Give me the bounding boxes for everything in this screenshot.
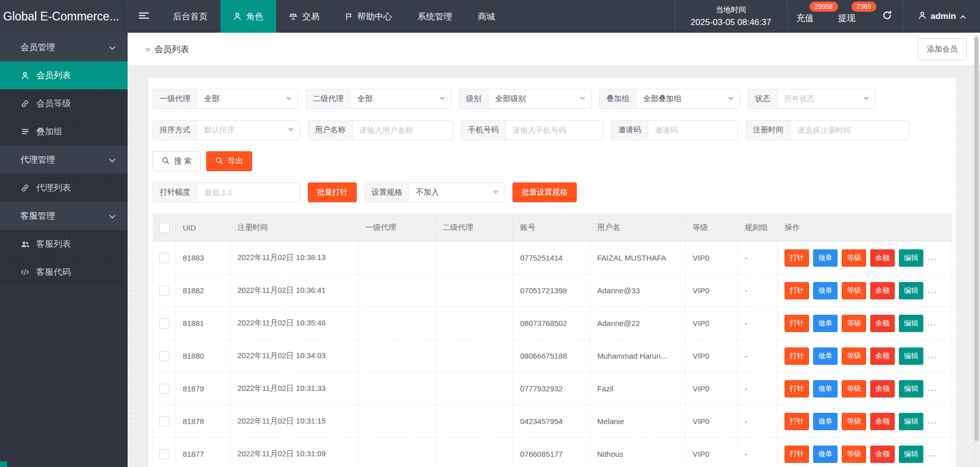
order-action-button[interactable]: 做单 <box>813 282 838 299</box>
row-checkbox[interactable] <box>159 286 169 296</box>
stack-group-filter-select[interactable]: 全部叠加组 <box>636 89 740 108</box>
level-action-button[interactable]: 等级 <box>842 315 866 332</box>
row-checkbox[interactable] <box>159 416 169 427</box>
search-button-label: 搜 索 <box>174 156 191 166</box>
row-checkbox[interactable] <box>159 253 169 263</box>
inject-action-button[interactable]: 打针 <box>785 413 809 430</box>
agent2-filter-select[interactable]: 全部 <box>351 89 451 108</box>
more-actions[interactable]: ... <box>927 286 937 294</box>
select-all-checkbox[interactable] <box>159 223 169 233</box>
balance-action-button[interactable]: 余额 <box>870 315 895 332</box>
agent1-cell <box>358 274 435 307</box>
order-action-button[interactable]: 做单 <box>813 380 838 398</box>
nav-item[interactable]: 角色 <box>220 0 276 33</box>
sidebar-item[interactable]: 客服管理 <box>0 202 128 230</box>
export-button[interactable]: 导出 <box>206 151 252 171</box>
sidebar-item[interactable]: 客服代码 <box>0 258 128 286</box>
column-header: 二级代理 <box>435 214 513 242</box>
phone-filter-input[interactable] <box>506 121 603 139</box>
order-action-button[interactable]: 做单 <box>813 413 838 430</box>
inject-action-button[interactable]: 打针 <box>785 446 809 463</box>
batch-inject-button[interactable]: 批量打针 <box>308 182 357 202</box>
balance-action-button[interactable]: 余额 <box>870 446 895 463</box>
row-checkbox[interactable] <box>159 384 169 394</box>
more-actions[interactable]: ... <box>927 253 937 262</box>
sidebar-item[interactable]: 客服列表 <box>0 230 128 258</box>
row-checkbox[interactable] <box>159 449 169 459</box>
batch-spec-button[interactable]: 批量设置规格 <box>512 182 577 202</box>
level-action-button[interactable]: 等级 <box>842 249 866 267</box>
agent2-cell <box>435 438 513 467</box>
balance-action-button[interactable]: 余额 <box>870 347 895 365</box>
invite-code-filter-input[interactable] <box>648 121 738 139</box>
level-action-button[interactable]: 等级 <box>842 347 866 365</box>
nav-item[interactable]: 后台首页 <box>160 0 220 33</box>
inject-range-input[interactable] <box>198 183 300 202</box>
order-action-button[interactable]: 做单 <box>813 347 838 365</box>
sidebar-item[interactable]: 叠加组 <box>0 118 128 146</box>
more-actions[interactable]: ... <box>927 416 937 425</box>
more-actions[interactable]: ... <box>927 318 937 327</box>
edit-action-button[interactable]: 编辑 <box>899 413 923 430</box>
nav-item[interactable]: 帮助中心 <box>332 0 405 33</box>
user-menu[interactable]: admin <box>903 0 980 33</box>
level-action-button[interactable]: 等级 <box>842 446 866 463</box>
inject-action-button[interactable]: 打针 <box>785 282 809 299</box>
sidebar-item[interactable]: 代理管理 <box>0 146 128 174</box>
edit-action-button[interactable]: 编辑 <box>899 446 923 463</box>
search-button[interactable]: 搜 索 <box>153 151 201 171</box>
level-filter-select[interactable]: 全部级别 <box>488 89 591 108</box>
order-action-button[interactable]: 做单 <box>813 315 838 332</box>
sidebar-item[interactable]: 代理列表 <box>0 174 128 202</box>
level-action-button[interactable]: 等级 <box>842 380 866 398</box>
withdraw-button[interactable]: 提现 2369 <box>829 0 871 33</box>
status-filter-select[interactable]: 所有状态 <box>777 89 875 108</box>
more-actions[interactable]: ... <box>927 384 937 392</box>
spec-select[interactable]: 不加入 <box>409 183 504 202</box>
sidebar-item[interactable]: 会员列表 <box>0 61 128 89</box>
nav-item[interactable]: 交易 <box>276 0 332 33</box>
balance-action-button[interactable]: 余额 <box>870 249 895 267</box>
sidebar-item[interactable]: 会员管理 <box>0 33 128 61</box>
actions-cell: 打针做单等级余额编辑... <box>777 405 952 438</box>
username-filter-label: 用户名称 <box>308 121 353 139</box>
sort-filter-select[interactable]: 默认排序 <box>198 121 300 139</box>
table-header-row: UID注册时间一级代理二级代理账号用户名等级规则组操作 <box>153 214 952 242</box>
sidebar-item[interactable]: 会员等级 <box>0 89 128 118</box>
order-action-button[interactable]: 做单 <box>813 446 838 463</box>
inject-action-button[interactable]: 打针 <box>785 315 809 332</box>
edit-action-button[interactable]: 编辑 <box>899 249 923 267</box>
balance-action-button[interactable]: 余额 <box>870 282 895 299</box>
level-action-button[interactable]: 等级 <box>842 413 866 430</box>
inject-action-button[interactable]: 打针 <box>785 249 809 267</box>
row-checkbox[interactable] <box>159 318 169 329</box>
register-time-filter-input[interactable] <box>791 121 909 139</box>
inject-action-button[interactable]: 打针 <box>785 380 809 398</box>
agent1-filter-select[interactable]: 全部 <box>198 89 298 108</box>
more-actions[interactable]: ... <box>927 449 937 458</box>
row-checkbox[interactable] <box>159 351 169 361</box>
nav-item[interactable]: 商城 <box>465 0 508 33</box>
nav-item[interactable]: 系统管理 <box>405 0 465 33</box>
level-cell: VIP0 <box>685 307 738 340</box>
more-actions[interactable]: ... <box>927 351 937 360</box>
username-filter-input[interactable] <box>353 121 453 139</box>
vertical-scrollbar-thumb[interactable] <box>974 37 978 441</box>
recharge-button[interactable]: 充值 29958 <box>787 0 829 33</box>
agent2-cell <box>435 372 513 405</box>
level-cell: VIP0 <box>685 340 738 372</box>
vertical-scrollbar-track[interactable] <box>974 35 979 465</box>
balance-action-button[interactable]: 余额 <box>870 380 895 398</box>
edit-action-button[interactable]: 编辑 <box>899 380 923 398</box>
dropdown-arrow-icon <box>493 191 499 194</box>
sidebar-toggle-button[interactable] <box>128 0 160 33</box>
edit-action-button[interactable]: 编辑 <box>899 347 923 365</box>
add-member-button[interactable]: 添加会员 <box>918 38 967 60</box>
level-action-button[interactable]: 等级 <box>842 282 866 299</box>
inject-action-button[interactable]: 打针 <box>785 347 809 365</box>
edit-action-button[interactable]: 编辑 <box>899 282 923 299</box>
balance-action-button[interactable]: 余额 <box>870 413 895 430</box>
edit-action-button[interactable]: 编辑 <box>899 315 923 332</box>
order-action-button[interactable]: 做单 <box>813 249 838 267</box>
uid-cell: 81879 <box>176 372 230 405</box>
